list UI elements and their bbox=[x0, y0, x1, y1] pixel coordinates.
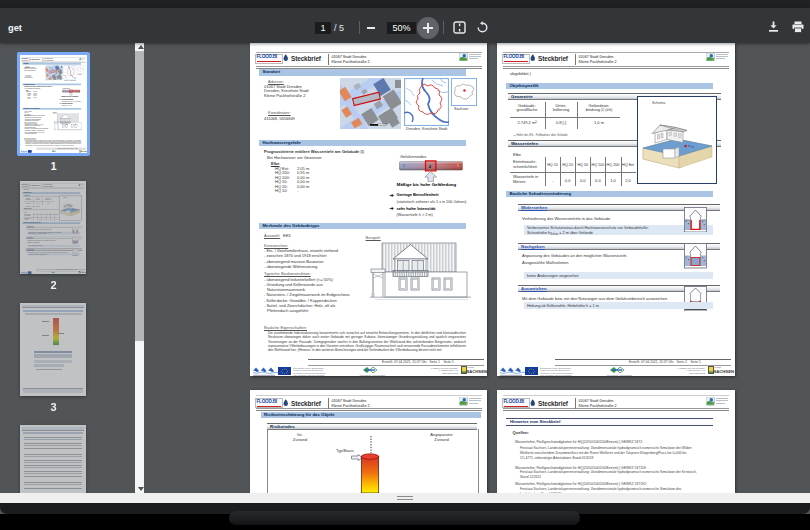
svg-text:1: 1 bbox=[403, 164, 405, 168]
svg-text:5: 5 bbox=[457, 164, 459, 168]
